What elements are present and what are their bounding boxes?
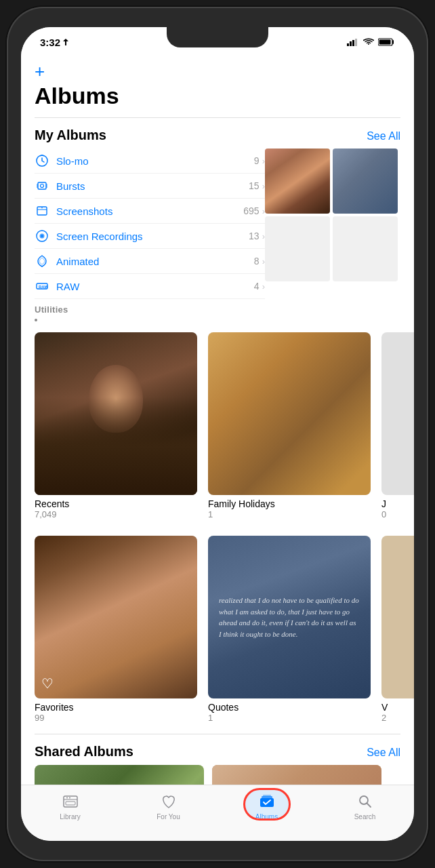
album-grid-right [265,149,400,324]
main-content[interactable]: + Albums My Albums See All [21,57,414,785]
location-icon [62,38,69,46]
bursts-count: 15 [249,180,260,191]
quotes-photo: realized that I do not have to be qualif… [208,536,371,698]
svg-point-21 [69,797,70,799]
quotes-text: realized that I do not have to be qualif… [219,595,360,639]
tab-search[interactable]: Search [316,792,414,821]
album-card-quotes[interactable]: realized that I do not have to be qualif… [208,536,371,723]
wifi-icon [363,38,374,46]
family-holidays-count: 1 [208,509,371,519]
thumb-row [265,149,400,214]
svg-text:RAW: RAW [39,285,48,289]
family-holidays-thumb [208,332,371,495]
raw-icon: RAW [35,279,49,294]
list-item[interactable]: Screenshots 695 › [35,199,265,224]
svg-rect-25 [263,795,271,797]
j-name: J [381,498,414,509]
recents-count: 7,049 [35,509,197,519]
utilities-dot [35,319,37,321]
thumb-row-2 [265,216,400,281]
list-item[interactable]: Animated 8 › [35,249,265,274]
albums-header: + Albums [21,57,414,109]
tab-for-you[interactable]: For You [119,792,218,821]
thumb-empty-2 [333,216,398,281]
list-item[interactable]: Slo-mo 9 › [35,149,265,174]
raw-label: RAW [56,281,254,292]
album-card-v[interactable]: V 2 [381,536,414,723]
thumb-recents-1 [265,149,330,214]
screen-recordings-label: Screen Recordings [56,231,249,242]
bursts-icon [35,178,49,193]
shared-thumbs: 👤 [21,765,414,785]
quotes-thumb: realized that I do not have to be qualif… [208,536,371,698]
status-bar: 3:32 [21,27,414,57]
my-albums-see-all[interactable]: See All [367,130,400,142]
status-icons [347,38,395,46]
shared-thumb-1[interactable] [35,765,204,785]
album-card-j[interactable]: J 0 [381,332,414,519]
recents-name: Recents [35,498,197,509]
slomo-label: Slo-mo [56,155,254,167]
family-holidays-photo [208,332,371,495]
utilities-label: Utilities [35,299,265,316]
search-tab-label: Search [354,813,376,821]
quotes-name: Quotes [208,702,371,713]
status-time: 3:32 [40,37,69,48]
v-name: V [381,702,414,713]
my-albums-title: My Albums [35,127,106,143]
screen-recordings-count: 13 [249,231,260,241]
heart-icon: ♡ [41,675,54,692]
shared-albums-see-all[interactable]: See All [367,747,400,759]
animated-count: 8 [254,256,260,267]
shared-albums-section: Shared Albums See All 👤 [21,734,414,785]
tab-albums[interactable]: Albums [218,792,316,821]
album-card-favorites[interactable]: ♡ Favorites 99 [35,536,197,723]
screenshots-icon [35,203,49,218]
battery-icon [378,38,395,46]
screenshots-label: Screenshots [56,205,243,217]
animated-icon [35,254,49,269]
phone-frame: 3:32 [7,7,428,861]
tab-library[interactable]: Library [21,792,119,821]
album-cards-row2: ♡ Favorites 99 realized that I do not ha… [21,528,414,723]
album-card-recents[interactable]: Recents 7,049 [35,332,197,519]
list-item[interactable]: RAW RAW 4 › [35,274,265,299]
svg-rect-2 [350,41,352,46]
favorites-thumb: ♡ [35,536,197,698]
shared-albums-header: Shared Albums See All [21,734,414,765]
svg-rect-3 [352,40,354,46]
animated-label: Animated [56,256,254,267]
list-item[interactable]: Bursts 15 › [35,174,265,199]
shared-albums-title: Shared Albums [35,744,133,760]
tab-bar: Library For You [21,785,414,841]
shared-thumb-2[interactable]: 👤 [212,765,381,785]
for-you-tab-icon [159,792,178,811]
phone-screen: 3:32 [21,27,414,841]
svg-rect-9 [37,184,38,188]
list-item[interactable]: Screen Recordings 13 › [35,224,265,249]
recents-photo [35,332,197,495]
quotes-count: 1 [208,713,371,723]
notch [167,27,268,47]
add-button[interactable]: + [35,62,45,80]
library-tab-icon [61,792,80,811]
svg-point-20 [66,797,68,799]
screenshots-count: 695 [243,205,259,216]
svg-point-16 [41,235,43,237]
svg-rect-6 [379,40,391,45]
album-card-family-holidays[interactable]: Family Holidays 1 [208,332,371,519]
svg-marker-0 [63,39,68,45]
library-tab-label: Library [60,813,81,821]
recents-thumb [35,332,197,495]
j-count: 0 [381,509,414,519]
for-you-tab-label: For You [157,813,180,821]
svg-point-11 [41,184,44,188]
raw-count: 4 [254,281,260,292]
v-count: 2 [381,713,414,723]
svg-point-13 [41,208,43,209]
j-thumb [381,332,414,495]
favorites-name: Favorites [35,702,197,713]
family-holidays-name: Family Holidays [208,498,371,509]
album-list-container: Slo-mo 9 › [21,149,414,324]
svg-rect-22 [66,802,75,805]
